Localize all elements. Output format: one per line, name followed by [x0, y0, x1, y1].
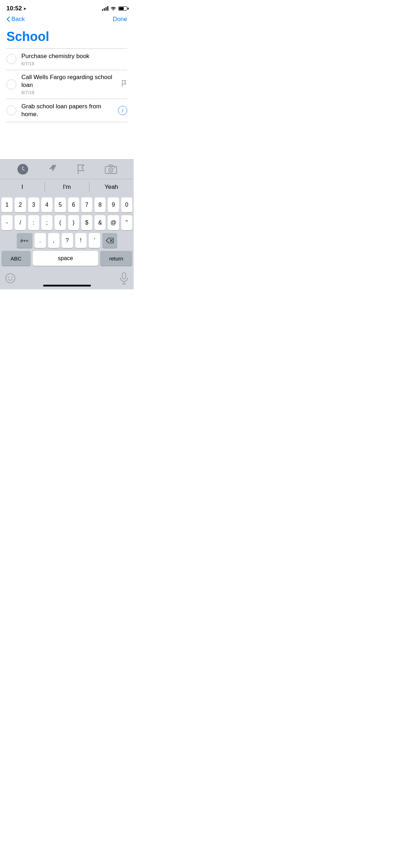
todo-date-2: 6/7/19 — [21, 90, 119, 95]
page-title: School — [0, 26, 134, 48]
microphone-button[interactable] — [119, 272, 129, 286]
key-3[interactable]: 3 — [28, 197, 39, 212]
location-arrow-icon: ➤ — [23, 6, 26, 11]
key-2[interactable]: 2 — [15, 197, 26, 212]
keyboard-container: I I'm Yeah 1 2 3 4 5 6 7 8 9 0 - / : ; (… — [0, 159, 134, 289]
svg-point-4 — [114, 167, 115, 169]
todo-title-1: Purchase chemistry book — [21, 52, 127, 60]
key-semicolon[interactable]: ; — [41, 215, 52, 230]
keyboard: 1 2 3 4 5 6 7 8 9 0 - / : ; ( ) $ & @ " … — [0, 195, 134, 270]
home-indicator — [43, 285, 91, 286]
key-7[interactable]: 7 — [81, 197, 92, 212]
autocomplete-im[interactable]: I'm — [45, 179, 89, 195]
back-label: Back — [11, 16, 25, 23]
svg-point-3 — [110, 169, 112, 171]
flag-icon — [122, 80, 127, 89]
status-time: 10:52 ➤ — [6, 5, 26, 12]
key-row-symbols: - / : ; ( ) $ & @ " — [1, 215, 132, 230]
svg-point-5 — [6, 274, 15, 283]
emoji-button[interactable] — [5, 273, 16, 285]
key-slash[interactable]: / — [15, 215, 26, 230]
key-row-bottom: ABC space return — [1, 251, 132, 266]
key-6[interactable]: 6 — [68, 197, 79, 212]
key-0[interactable]: 0 — [121, 197, 132, 212]
todo-list: Purchase chemistry book 6/7/19 Call Well… — [0, 48, 134, 122]
key-colon[interactable]: : — [28, 215, 39, 230]
info-button[interactable]: i — [118, 106, 127, 115]
key-exclaim[interactable]: ! — [75, 233, 87, 248]
flag-toolbar-button[interactable] — [77, 164, 86, 175]
svg-point-7 — [11, 277, 12, 278]
key-comma[interactable]: , — [48, 233, 60, 248]
todo-item-3: Grab school loan papers from home. i — [0, 99, 134, 122]
autocomplete-i[interactable]: I — [0, 179, 45, 195]
key-open-paren[interactable]: ( — [55, 215, 66, 230]
key-9[interactable]: 9 — [108, 197, 119, 212]
back-chevron-icon — [6, 16, 10, 22]
wifi-icon — [110, 6, 116, 11]
key-ampersand[interactable]: & — [94, 215, 106, 230]
svg-rect-8 — [122, 273, 126, 279]
location-button[interactable] — [48, 164, 58, 174]
autocomplete-bar: I I'm Yeah — [0, 179, 134, 195]
key-hashtag-toggle[interactable]: #+= — [17, 233, 32, 248]
key-8[interactable]: 8 — [94, 197, 106, 212]
todo-content-3: Grab school loan papers from home. — [21, 103, 115, 118]
clock-button[interactable] — [17, 163, 29, 175]
todo-date-1: 6/7/19 — [21, 61, 127, 66]
todo-title-2: Call Wells Fargo regarding school loan — [21, 73, 119, 89]
nav-bar: Back Done — [0, 14, 134, 26]
key-abc[interactable]: ABC — [1, 251, 31, 266]
todo-title-3: Grab school loan papers from home. — [21, 103, 115, 118]
todo-checkbox-1[interactable] — [6, 54, 16, 64]
autocomplete-yeah[interactable]: Yeah — [89, 179, 134, 195]
key-row-misc: #+= . , ? ! ' — [1, 233, 132, 248]
todo-checkbox-3[interactable] — [6, 105, 16, 115]
key-apostrophe[interactable]: ' — [89, 233, 100, 248]
signal-icon — [102, 6, 108, 11]
status-icons — [102, 6, 127, 11]
key-space[interactable]: space — [33, 251, 98, 266]
key-row-numbers: 1 2 3 4 5 6 7 8 9 0 — [1, 197, 132, 212]
key-question[interactable]: ? — [62, 233, 73, 248]
todo-content-1: Purchase chemistry book 6/7/19 — [21, 52, 127, 66]
todo-checkbox-2[interactable] — [6, 79, 16, 89]
keyboard-toolbar — [0, 159, 134, 179]
battery-icon — [118, 6, 127, 11]
key-return[interactable]: return — [100, 251, 132, 266]
camera-button[interactable] — [105, 164, 117, 174]
done-button[interactable]: Done — [113, 16, 127, 23]
key-period[interactable]: . — [35, 233, 46, 248]
back-button[interactable]: Back — [6, 16, 25, 23]
key-at[interactable]: @ — [108, 215, 119, 230]
todo-content-2: Call Wells Fargo regarding school loan 6… — [21, 73, 119, 95]
status-bar: 10:52 ➤ — [0, 0, 134, 14]
key-5[interactable]: 5 — [55, 197, 66, 212]
key-1[interactable]: 1 — [1, 197, 12, 212]
svg-point-6 — [8, 277, 9, 278]
time-display: 10:52 — [6, 5, 22, 12]
todo-item: Purchase chemistry book 6/7/19 — [0, 49, 134, 70]
key-delete[interactable] — [102, 233, 117, 248]
key-close-paren[interactable]: ) — [68, 215, 79, 230]
key-dash[interactable]: - — [1, 215, 12, 230]
divider-3 — [6, 122, 127, 122]
key-dollar[interactable]: $ — [81, 215, 92, 230]
key-4[interactable]: 4 — [41, 197, 52, 212]
key-quote[interactable]: " — [121, 215, 132, 230]
todo-item-2: Call Wells Fargo regarding school loan 6… — [0, 70, 134, 99]
